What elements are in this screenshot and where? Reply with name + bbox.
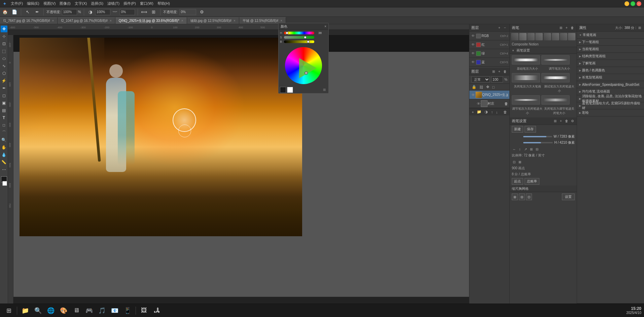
- tab-3[interactable]: 辅助.jpg @ 12.5%(RGB/8)# ×: [187, 17, 239, 24]
- sat-bar[interactable]: [284, 36, 314, 39]
- menu-filter[interactable]: 滤镜(T): [107, 1, 119, 6]
- bi5[interactable]: ⊟: [535, 147, 539, 151]
- opacity-icon[interactable]: ◑: [87, 8, 94, 16]
- settings-icon[interactable]: ⚙: [198, 8, 206, 16]
- select-poly-tool[interactable]: ⬠: [1, 70, 7, 77]
- prop-header-4[interactable]: 了解笔画: [577, 60, 644, 67]
- settings-btn[interactable]: 设置: [562, 193, 575, 200]
- minimize-button[interactable]: −: [624, 1, 629, 6]
- taskbar-globe-icon[interactable]: 🌐: [45, 305, 57, 317]
- bs-icon1[interactable]: ⊞: [553, 119, 558, 124]
- bs-icon4[interactable]: ⚙: [570, 119, 575, 124]
- tab-close-1[interactable]: ×: [110, 19, 112, 23]
- ml-icon2[interactable]: +: [497, 69, 502, 74]
- layer-row-green[interactable]: 绿 Ctrl+4: [469, 49, 509, 58]
- fold-arrow-1[interactable]: [512, 49, 514, 52]
- brush-preview-6[interactable]: [541, 95, 570, 105]
- menu-edit[interactable]: 编辑(E): [27, 1, 39, 6]
- canvas[interactable]: [13, 35, 469, 310]
- prop-header-7[interactable]: AllenFornier_Speedpainting_BrushSet: [577, 81, 644, 88]
- brush-preview-3[interactable]: [512, 73, 540, 82]
- path-tool[interactable]: ⌒: [1, 129, 7, 136]
- brush-swatch-6[interactable]: [560, 33, 567, 40]
- brush-preview-5[interactable]: [512, 95, 540, 105]
- menu-image[interactable]: 图像(I): [60, 1, 70, 6]
- brush-icon2[interactable]: +: [564, 26, 569, 30]
- fill-tool[interactable]: ▣: [1, 100, 7, 106]
- layer-main-vis[interactable]: 👁: [471, 93, 475, 97]
- taskbar-phone-icon[interactable]: 📱: [121, 305, 134, 317]
- brush-icon3[interactable]: 🗑: [570, 26, 575, 30]
- ml-icon1[interactable]: ⊞: [491, 69, 496, 74]
- tab-close-0[interactable]: ×: [52, 19, 54, 23]
- lock-icon-btn[interactable]: ⛓: [478, 85, 484, 90]
- brush-preview-1[interactable]: [512, 55, 540, 65]
- swatch-black[interactable]: [280, 87, 286, 93]
- flow-icon[interactable]: 〰: [111, 8, 119, 16]
- brush-tool[interactable]: ✒: [1, 85, 7, 92]
- tile-btn2[interactable]: ⊟: [519, 193, 525, 200]
- param-h-slider[interactable]: [523, 142, 553, 143]
- color-dot[interactable]: [305, 71, 308, 75]
- prop-header-2[interactable]: 当前笔画组: [577, 46, 644, 52]
- mirror-icon[interactable]: ⟺: [141, 8, 148, 16]
- cursor-icon[interactable]: ↖: [24, 8, 31, 16]
- layer-trash-icon[interactable]: 🗑: [504, 102, 508, 106]
- layer-eye-rgb[interactable]: [471, 34, 475, 38]
- menu-select[interactable]: 选择(S): [91, 1, 103, 6]
- brush-swatch-7[interactable]: [568, 33, 575, 40]
- layer-row-rgb[interactable]: RGB Ctrl+J: [469, 32, 509, 40]
- move-tool[interactable]: [1, 26, 7, 32]
- prop-header-1[interactable]: 下一笔画组: [577, 39, 644, 45]
- menu-help[interactable]: 帮助(H): [157, 1, 170, 6]
- color-wheel[interactable]: [285, 47, 322, 84]
- brush-tool-icon[interactable]: ✒: [33, 8, 41, 16]
- taskbar-monitor-icon[interactable]: 🖥: [70, 305, 82, 317]
- brush-swatch-2[interactable]: [527, 33, 535, 40]
- prop-header-0[interactable]: 常规笔画: [577, 32, 644, 38]
- grid-icon[interactable]: ⊞: [150, 8, 157, 16]
- bs-icon3[interactable]: 🗑: [564, 119, 569, 124]
- new-group-btn[interactable]: 📁: [476, 109, 482, 114]
- brush-swatch-5[interactable]: [552, 33, 559, 40]
- tab-2[interactable]: QINQ_2925+生活.jpg @ 33.6%(RGB/8)* ×: [115, 17, 187, 24]
- lock-extra-btn[interactable]: □: [491, 85, 496, 90]
- layer-eye-blue[interactable]: [471, 60, 475, 65]
- text-tool[interactable]: T: [1, 114, 7, 121]
- zoom-tool[interactable]: 🔍: [1, 137, 7, 143]
- layer-eye-green[interactable]: [471, 51, 475, 56]
- taskbar-file-icon[interactable]: 📁: [19, 305, 31, 317]
- brush-swatch-1[interactable]: [519, 33, 527, 40]
- opacity-input[interactable]: [95, 9, 110, 15]
- tab-close-3[interactable]: ×: [234, 19, 236, 23]
- menu-file[interactable]: 文件(F): [11, 1, 23, 6]
- bs-icon2[interactable]: +: [559, 119, 563, 124]
- bri-bar[interactable]: [284, 40, 314, 43]
- menu-window[interactable]: 窗口(W): [140, 1, 153, 6]
- tab-close-2[interactable]: ×: [181, 19, 183, 23]
- bi4[interactable]: ⊞: [529, 147, 534, 151]
- new-layer-btn[interactable]: +: [471, 110, 475, 114]
- taskbar-img2-icon[interactable]: 🏞: [151, 305, 163, 317]
- props-expand-icon[interactable]: ⊞: [637, 26, 642, 30]
- select-magic-tool[interactable]: ⚡: [1, 77, 7, 84]
- bi2[interactable]: ↕: [517, 147, 522, 151]
- measure-tool[interactable]: 📏: [1, 159, 7, 166]
- lock-pos-btn[interactable]: ✥: [485, 84, 490, 90]
- footer-right-btn[interactable]: 总账率: [525, 178, 539, 185]
- prop-header-6[interactable]: 长笔划笔画组: [577, 74, 644, 81]
- hue-thumb[interactable]: [286, 32, 288, 34]
- footer-left-btn[interactable]: 起点: [512, 178, 523, 185]
- blend-mode-select[interactable]: 正常: [471, 76, 490, 82]
- menu-text[interactable]: 文字(X): [75, 1, 87, 6]
- layer-main[interactable]: 👁 QINQ_2925+生.jpg: [469, 91, 509, 99]
- layer-row-red[interactable]: 红 Ctrl+1: [469, 40, 509, 49]
- eraser-tool[interactable]: ◻: [1, 92, 7, 99]
- zoom-input[interactable]: [62, 9, 77, 15]
- tile-btn1[interactable]: ⊞: [512, 193, 518, 200]
- background-color[interactable]: [2, 181, 7, 186]
- tab-0[interactable]: f1_7647.jpg @ 16.7%(RGB/8)# ×: [0, 17, 58, 24]
- painting[interactable]: [20, 38, 302, 236]
- brush-swatch-4[interactable]: [544, 33, 551, 40]
- tile-btn3[interactable]: ⊡: [526, 193, 532, 200]
